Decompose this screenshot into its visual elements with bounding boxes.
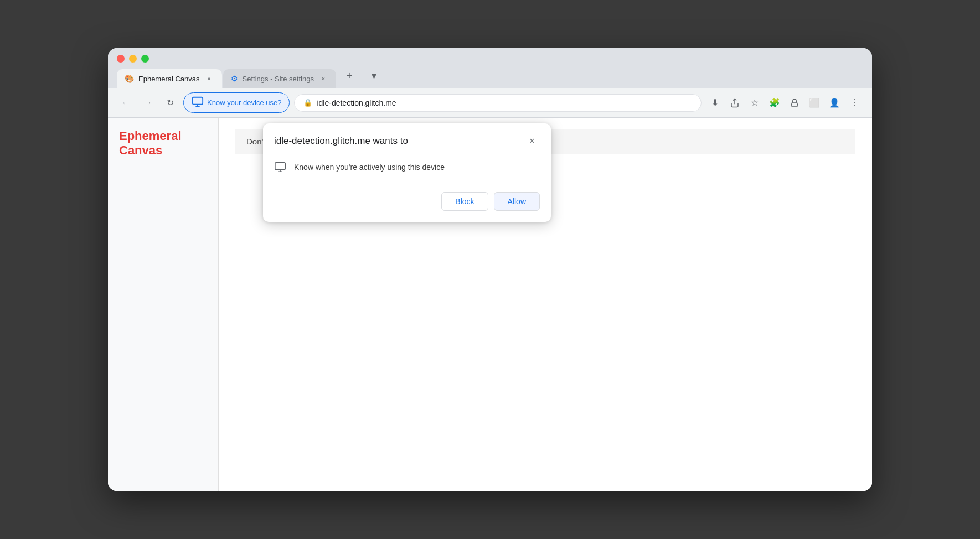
lock-icon: 🔒 [303,99,312,107]
block-button[interactable]: Block [441,192,488,211]
popup-header: idle-detection.glitch.me wants to × [263,123,551,154]
popup-overlay: idle-detection.glitch.me wants to × Know [108,118,872,491]
popup-actions: Block Allow [263,188,551,222]
settings-gear-icon: ⚙ [231,74,238,83]
forward-button[interactable]: → [139,94,157,112]
svg-rect-4 [275,163,285,170]
svg-rect-0 [193,97,203,105]
allow-button[interactable]: Allow [494,192,540,211]
new-tab-button[interactable]: + [342,68,357,84]
page-content: Ephemeral Canvas Don't move your mouse d… [108,118,872,491]
window-icon[interactable]: ⬜ [806,94,823,112]
title-bar: 🎨 Ephemeral Canvas × ⚙ Settings - Site s… [108,48,872,88]
share-icon[interactable] [726,94,744,112]
tab-title-ephemeral: Ephemeral Canvas [138,75,200,83]
traffic-lights [117,55,863,63]
download-icon[interactable]: ⬇ [706,94,724,112]
omnibox[interactable]: 🔒 idle-detection.glitch.me [294,94,702,112]
monitor-icon [192,96,204,110]
bookmark-icon[interactable]: ☆ [746,94,764,112]
tab-list-button[interactable]: ▾ [367,68,382,84]
popup-close-button[interactable]: × [524,133,540,149]
tabs-row: 🎨 Ephemeral Canvas × ⚙ Settings - Site s… [117,68,863,88]
know-device-label: Know your device use? [207,99,281,107]
address-bar: ← → ↻ Know your device use? 🔒 idle-detec… [108,88,872,118]
tab-close-settings[interactable]: × [318,74,328,84]
permission-text: Know when you're actively using this dev… [294,163,445,172]
toolbar-icons: ⬇ ☆ 🧩 ⬜ 👤 ⋮ [706,94,863,112]
permission-dialog: idle-detection.glitch.me wants to × Know [263,123,551,222]
lab-icon[interactable] [786,94,803,112]
tab-favicon-ephemeral: 🎨 [125,74,134,83]
profile-icon[interactable]: 👤 [826,94,843,112]
url-text: idle-detection.glitch.me [317,99,396,107]
extensions-icon[interactable]: 🧩 [766,94,783,112]
tab-title-settings: Settings - Site settings [243,75,314,83]
reload-button[interactable]: ↻ [161,94,179,112]
tab-settings[interactable]: ⚙ Settings - Site settings × [223,69,336,88]
browser-window: 🎨 Ephemeral Canvas × ⚙ Settings - Site s… [108,48,872,491]
maximize-button[interactable] [141,55,149,63]
permission-row: Know when you're actively using this dev… [274,157,540,178]
popup-title: idle-detection.glitch.me wants to [274,136,408,147]
device-monitor-icon [274,161,286,173]
tab-separator [362,70,362,81]
close-button[interactable] [117,55,125,63]
minimize-button[interactable] [129,55,137,63]
more-menu-icon[interactable]: ⋮ [845,94,863,112]
back-button[interactable]: ← [117,94,135,112]
tabs-extras: + ▾ [342,68,382,88]
tab-ephemeral[interactable]: 🎨 Ephemeral Canvas × [117,69,222,88]
popup-body: Know when you're actively using this dev… [263,154,551,188]
know-device-button[interactable]: Know your device use? [183,92,290,113]
tab-close-ephemeral[interactable]: × [204,74,214,84]
